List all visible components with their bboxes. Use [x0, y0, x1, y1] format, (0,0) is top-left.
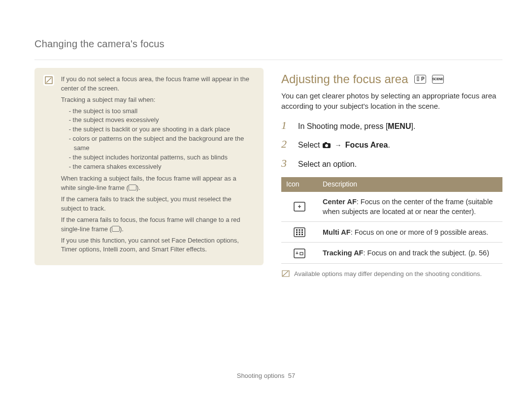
note-line: If the camera fails to focus, the focus …	[61, 216, 253, 234]
svg-rect-19	[300, 252, 303, 255]
tracking-af-icon: +	[294, 248, 305, 258]
note-info-icon	[43, 75, 54, 86]
svg-rect-11	[296, 232, 298, 233]
focus-area-table: Icon Description +	[281, 177, 502, 264]
step-number: 3	[281, 156, 289, 171]
svg-rect-3	[325, 142, 327, 144]
step-1: 1 In Shooting mode, press [MENU].	[281, 118, 502, 133]
svg-text:+: +	[296, 250, 299, 256]
menu-key-label: MENU	[388, 122, 411, 130]
divider	[34, 60, 502, 60]
table-header-icon: Icon	[281, 177, 318, 192]
svg-text:P: P	[421, 76, 425, 82]
mode-scene-icon: SCENE	[432, 75, 444, 84]
svg-rect-14	[296, 234, 298, 235]
multi-af-icon	[294, 227, 305, 237]
svg-point-4	[325, 144, 328, 147]
svg-rect-10	[301, 229, 303, 231]
step-3: 3 Select an option.	[281, 156, 502, 171]
svg-rect-8	[296, 229, 298, 231]
footnote: Available options may differ depending o…	[281, 270, 502, 278]
note-box: If you do not select a focus area, the f…	[34, 68, 264, 265]
note-bullet-item: the camera shakes excessively	[69, 162, 253, 172]
camera-icon	[322, 141, 331, 148]
note-bullet-item: the subject is too small	[69, 107, 253, 116]
table-row: + Center AF: Focus on the center of the …	[281, 192, 502, 222]
table-row: Multi AF: Focus on one or more of 9 poss…	[281, 222, 502, 243]
svg-rect-15	[299, 234, 300, 235]
section-title: Changing the camera's focus	[34, 37, 502, 51]
svg-rect-0	[417, 77, 419, 81]
intro-text: You can get clearer photos by selecting …	[281, 91, 502, 111]
note-line: Tracking a subject may fail when:	[61, 95, 253, 105]
center-af-icon: +	[294, 202, 305, 212]
table-row: + Tracking AF: Focus on and track the su…	[281, 243, 502, 263]
svg-text:+: +	[298, 203, 301, 210]
left-column: If you do not select a focus area, the f…	[34, 68, 264, 278]
note-line: If you use this function, you cannot set…	[61, 236, 253, 255]
svg-rect-16	[301, 234, 303, 235]
note-bullet-list: the subject is too small the subject mov…	[61, 107, 253, 172]
note-bullet-item: the subject includes horizontal patterns…	[69, 153, 253, 162]
note-bullet-item: the subject is backlit or you are shooti…	[69, 125, 253, 134]
note-bullet-item: the subject moves excessively	[69, 116, 253, 125]
note-line: If the camera fails to track the subject…	[61, 195, 253, 214]
footnote-icon	[281, 270, 290, 278]
step-number: 1	[281, 118, 289, 133]
arrow-icon: →	[333, 141, 343, 149]
svg-rect-13	[301, 232, 303, 233]
note-bullet-item: colors or patterns on the subject and th…	[69, 134, 253, 153]
white-frame-icon	[129, 185, 136, 190]
svg-rect-9	[299, 229, 300, 231]
page-footer: Shooting options 57	[0, 371, 532, 380]
step-2: 2 Select → Focus Area.	[281, 137, 502, 152]
table-header-description: Description	[318, 177, 502, 192]
right-column: Adjusting the focus area P SCENE You can…	[281, 68, 502, 278]
note-line: If you do not select a focus area, the f…	[61, 75, 253, 93]
step-number: 2	[281, 137, 289, 152]
note-line: When tracking a subject fails, the focus…	[61, 174, 253, 193]
red-frame-icon	[112, 226, 120, 232]
svg-rect-12	[299, 232, 300, 233]
heading: Adjusting the focus area P SCENE	[281, 71, 502, 88]
mode-p-icon: P	[414, 75, 426, 84]
